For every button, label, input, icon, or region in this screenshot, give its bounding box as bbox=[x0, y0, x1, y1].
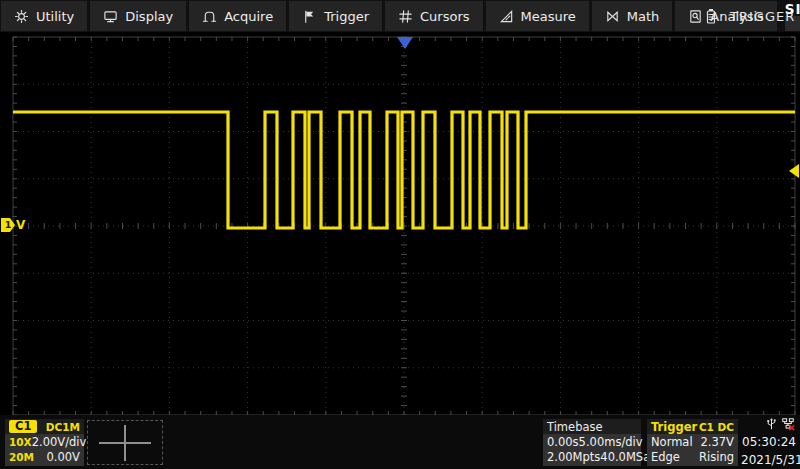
touch-gesture-area[interactable] bbox=[87, 420, 163, 465]
channel1-offset-marker[interactable]: 1 V bbox=[1, 218, 25, 232]
timebase-delay: 0.00s bbox=[547, 436, 579, 449]
trigger-info-box[interactable]: Trigger C1 DC Normal 2.37V Edge Rising bbox=[647, 419, 738, 466]
channel1-badge: 1 bbox=[1, 218, 15, 232]
trigger-title: Trigger bbox=[651, 420, 697, 434]
menu-display-label: Display bbox=[125, 9, 173, 24]
menu-math-label: Math bbox=[627, 9, 660, 24]
menu-measure-label: Measure bbox=[521, 9, 576, 24]
menu-trigger-label: Trigger bbox=[324, 9, 369, 24]
flag-icon bbox=[302, 9, 317, 24]
trigger-type: Edge bbox=[651, 451, 680, 464]
clock-time: 05:30:24 bbox=[741, 435, 797, 449]
gear-icon bbox=[14, 9, 29, 24]
info-bar: C1 DC1M 10X 2.00V/div 20M 0.00V Timebase bbox=[0, 415, 800, 469]
channel1-scale: 2.00V/div bbox=[32, 436, 87, 449]
channel1-unit-label: V bbox=[16, 218, 25, 232]
menu-cursors[interactable]: Cursors bbox=[385, 1, 483, 31]
measure-icon bbox=[499, 9, 514, 24]
menu-measure[interactable]: Measure bbox=[486, 1, 589, 31]
trigger-mode: Normal bbox=[651, 436, 693, 449]
trigger-status-button[interactable]: TRIGGER bbox=[696, 0, 800, 32]
menu-bar: Utility Display Acquire Trigger bbox=[0, 0, 800, 32]
clock-date: 2021/5/31 bbox=[741, 453, 797, 467]
timebase-title: Timebase bbox=[547, 420, 603, 434]
channel1-probe: 10X bbox=[9, 436, 32, 449]
display-icon bbox=[103, 9, 118, 24]
menu-display[interactable]: Display bbox=[90, 1, 186, 31]
menu-acquire-label: Acquire bbox=[224, 9, 273, 24]
waveform-display[interactable] bbox=[0, 0, 800, 469]
trigger-level: 2.37V bbox=[701, 436, 734, 449]
channel1-name-badge: C1 bbox=[9, 420, 37, 433]
timebase-scale: 5.00ms/div bbox=[579, 436, 643, 449]
crosshair-icon bbox=[124, 425, 126, 461]
oscilloscope-screen: 1 V Utility Display bbox=[0, 0, 800, 469]
trigger-level-icon[interactable] bbox=[789, 164, 799, 178]
channel1-coupling: DC1M bbox=[46, 421, 80, 433]
channel1-bandwidth: 20M bbox=[9, 451, 34, 464]
trigger-source: C1 DC bbox=[699, 421, 734, 433]
channel1-trace bbox=[13, 112, 795, 228]
menu-utility-label: Utility bbox=[36, 9, 74, 24]
trigger-position-icon[interactable] bbox=[397, 37, 413, 49]
menu-utility[interactable]: Utility bbox=[1, 1, 87, 31]
acquire-icon bbox=[202, 9, 217, 24]
menu-cursors-label: Cursors bbox=[420, 9, 470, 24]
menu-acquire[interactable]: Acquire bbox=[189, 1, 286, 31]
event-log-icon bbox=[704, 8, 718, 25]
lan-disconnected-icon bbox=[781, 417, 795, 431]
timebase-points: 2.00Mpts bbox=[547, 451, 600, 464]
timebase-info-box[interactable]: Timebase 0.00s 5.00ms/div 2.00Mpts 40.0M… bbox=[543, 419, 641, 466]
trigger-status-label: TRIGGER bbox=[730, 9, 795, 24]
trigger-slope: Rising bbox=[699, 451, 734, 464]
math-icon bbox=[605, 9, 620, 24]
cursors-icon bbox=[398, 9, 413, 24]
channel1-info-box[interactable]: C1 DC1M 10X 2.00V/div 20M 0.00V bbox=[5, 419, 84, 466]
channel1-offset: 0.00V bbox=[47, 451, 80, 464]
menu-math[interactable]: Math bbox=[592, 1, 673, 31]
usb-icon bbox=[765, 417, 778, 431]
menu-trigger[interactable]: Trigger bbox=[289, 1, 382, 31]
clock-panel[interactable]: 05:30:24 2021/5/31 bbox=[741, 417, 797, 467]
